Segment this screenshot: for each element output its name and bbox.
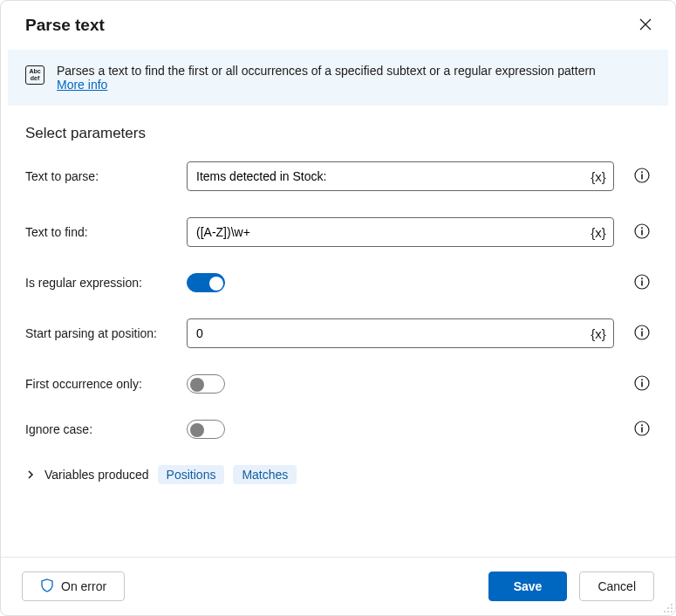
info-banner: Abc def Parses a text to find the first … <box>8 50 668 106</box>
svg-point-19 <box>667 607 669 609</box>
dialog-header: Parse text <box>1 1 675 50</box>
insert-variable-button[interactable]: {x} <box>587 221 610 243</box>
dialog-footer: On error Save Cancel <box>1 557 675 615</box>
label-text-to-find: Text to find: <box>25 225 178 239</box>
help-is-regex[interactable] <box>633 274 651 291</box>
label-is-regex: Is regular expression: <box>25 276 178 290</box>
dialog-title: Parse text <box>25 16 105 35</box>
on-error-label: On error <box>61 579 106 593</box>
cancel-button[interactable]: Cancel <box>579 572 654 601</box>
insert-variable-button[interactable]: {x} <box>587 322 610 345</box>
svg-point-18 <box>671 604 673 606</box>
more-info-link[interactable]: More info <box>57 78 107 92</box>
save-label: Save <box>514 579 543 593</box>
help-text-to-find[interactable] <box>633 223 651 241</box>
dialog-body: Select parameters Text to parse: {x} Tex… <box>1 106 675 557</box>
field-start-pos: {x} <box>187 318 614 348</box>
save-button[interactable]: Save <box>488 572 568 601</box>
variable-chip-matches[interactable]: Matches <box>233 465 297 484</box>
svg-rect-14 <box>641 381 643 387</box>
variable-chip-positions[interactable]: Positions <box>158 465 225 484</box>
param-text-to-find: Text to find: {x} <box>25 217 651 247</box>
info-icon <box>634 375 650 394</box>
svg-point-1 <box>641 171 643 173</box>
svg-rect-2 <box>641 174 643 179</box>
param-text-to-parse: Text to parse: {x} <box>25 161 651 191</box>
shield-icon <box>40 578 54 595</box>
on-error-button[interactable]: On error <box>22 572 125 601</box>
info-icon <box>634 421 650 439</box>
close-button[interactable] <box>633 13 658 38</box>
input-text-to-find[interactable] <box>188 218 613 246</box>
close-icon <box>639 18 652 33</box>
insert-variable-button[interactable]: {x} <box>587 165 610 188</box>
svg-point-4 <box>641 227 643 229</box>
param-ignore-case: Ignore case: <box>25 420 651 439</box>
resize-grip[interactable] <box>661 601 673 613</box>
input-start-pos[interactable] <box>188 319 613 347</box>
info-icon <box>634 223 650 242</box>
section-title: Select parameters <box>25 125 651 142</box>
banner-text-wrap: Parses a text to find the first or all o… <box>57 64 596 92</box>
variable-icon: {x} <box>591 326 606 341</box>
svg-rect-11 <box>641 331 643 336</box>
variables-produced-label: Variables produced <box>44 468 149 482</box>
svg-rect-5 <box>641 229 643 235</box>
toggle-is-regex[interactable] <box>187 273 225 292</box>
label-start-pos: Start parsing at position: <box>25 326 178 340</box>
toggle-ignore-case[interactable] <box>187 420 225 439</box>
variable-icon: {x} <box>591 225 606 240</box>
chevron-right-icon <box>25 469 36 480</box>
svg-point-13 <box>641 379 643 380</box>
banner-description: Parses a text to find the first or all o… <box>57 64 596 78</box>
info-icon <box>634 274 650 292</box>
svg-point-20 <box>671 607 673 609</box>
label-ignore-case: Ignore case: <box>25 422 178 436</box>
input-text-to-parse[interactable] <box>188 162 613 190</box>
param-is-regex: Is regular expression: <box>25 273 651 292</box>
variables-produced-row[interactable]: Variables produced Positions Matches <box>25 465 651 484</box>
svg-point-10 <box>641 328 643 330</box>
svg-point-21 <box>664 611 666 613</box>
help-first-only[interactable] <box>633 375 651 393</box>
info-icon <box>634 168 650 186</box>
help-start-pos[interactable] <box>633 325 651 342</box>
svg-point-22 <box>667 611 669 613</box>
svg-rect-8 <box>641 280 643 285</box>
svg-point-23 <box>671 611 673 613</box>
param-first-only: First occurrence only: <box>25 374 651 394</box>
variable-icon: {x} <box>591 169 606 184</box>
param-start-pos: Start parsing at position: {x} <box>25 318 651 348</box>
abc-def-icon: Abc def <box>25 65 44 85</box>
svg-point-7 <box>641 277 643 279</box>
help-text-to-parse[interactable] <box>633 168 651 185</box>
field-text-to-parse: {x} <box>187 161 614 191</box>
label-first-only: First occurrence only: <box>25 377 178 391</box>
field-text-to-find: {x} <box>187 217 614 247</box>
svg-point-16 <box>641 424 643 426</box>
parse-text-dialog: Parse text Abc def Parses a text to find… <box>0 0 676 616</box>
label-text-to-parse: Text to parse: <box>25 169 178 183</box>
footer-actions: Save Cancel <box>488 572 654 601</box>
toggle-first-only[interactable] <box>187 374 225 394</box>
svg-rect-17 <box>641 427 643 432</box>
help-ignore-case[interactable] <box>633 421 651 438</box>
info-icon <box>634 325 650 343</box>
cancel-label: Cancel <box>597 579 636 593</box>
